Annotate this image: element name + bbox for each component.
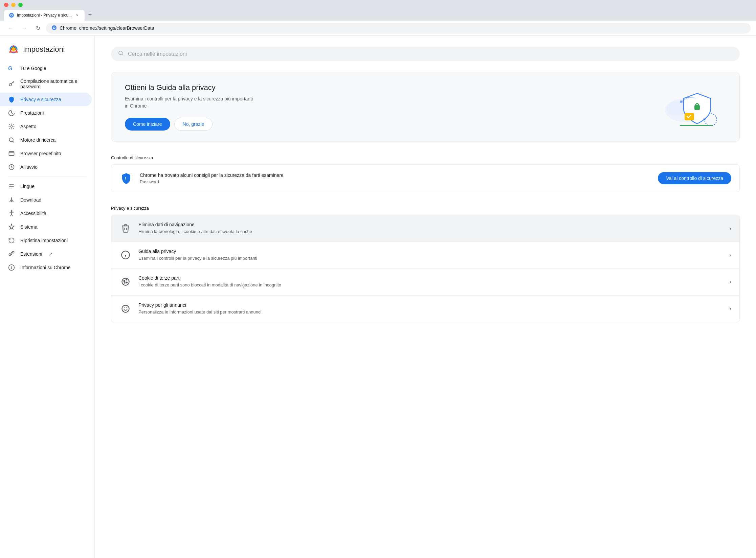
svg-point-13: [11, 211, 12, 212]
sidebar-item-accessibility[interactable]: Accessibilità: [0, 207, 92, 220]
appearance-icon: [8, 123, 15, 130]
security-card-title: Chrome ha trovato alcuni consigli per la…: [140, 172, 284, 178]
cookies-desc: I cookie di terze parti sono bloccati in…: [138, 282, 722, 288]
sidebar-label-accessibility: Accessibilità: [20, 211, 46, 216]
sidebar-item-performance[interactable]: Prestazioni: [0, 106, 92, 120]
svg-text:!: !: [125, 176, 127, 181]
sidebar: Impostazioni G Tu e Google Compilazione …: [0, 36, 95, 558]
sidebar-label-about: Informazioni su Chrome: [20, 265, 71, 270]
privacy-guide-title: Guida alla privacy: [138, 249, 722, 254]
downloads-icon: [8, 196, 15, 203]
search-bar-container[interactable]: [111, 47, 740, 61]
sidebar-label-languages: Lingue: [20, 184, 35, 189]
card-description: Esamina i controlli per la privacy e la …: [125, 95, 253, 110]
svg-point-3: [53, 27, 55, 28]
app-body: Impostazioni G Tu e Google Compilazione …: [0, 36, 756, 558]
privacy-illustration: [658, 83, 726, 131]
sidebar-item-reset[interactable]: Ripristina impostazioni: [0, 234, 92, 247]
security-text-block: Chrome ha trovato alcuni consigli per la…: [140, 172, 284, 184]
sidebar-item-languages[interactable]: Lingue: [0, 180, 92, 193]
card-content: Ottieni la Guida alla privacy Esamina i …: [125, 83, 645, 131]
external-link-icon: ↗: [48, 251, 52, 257]
tab-title: Impostazioni - Privacy e sicu...: [17, 13, 72, 18]
tab-bar: Impostazioni - Privacy e sicu... ✕ +: [4, 10, 752, 21]
languages-icon: [8, 183, 15, 190]
clear-data-arrow-icon: ›: [729, 225, 731, 232]
card-title: Ottieni la Guida alla privacy: [125, 83, 645, 92]
key-icon: [8, 80, 15, 87]
sidebar-label-reset: Ripristina impostazioni: [20, 238, 68, 243]
privacy-shield-icon: [8, 96, 15, 103]
active-tab[interactable]: Impostazioni - Privacy e sicu... ✕: [4, 10, 85, 21]
security-check-button[interactable]: Vai al controllo di sicurezza: [658, 172, 731, 184]
svg-rect-21: [694, 105, 700, 110]
sidebar-item-system[interactable]: Sistema: [0, 220, 92, 234]
new-tab-button[interactable]: +: [85, 10, 95, 19]
cookies-title: Cookie di terze parti: [138, 275, 722, 281]
no-thanks-button[interactable]: No, grazie: [174, 118, 213, 131]
omnibox[interactable]: Chrome chrome://settings/clearBrowserDat…: [46, 23, 751, 33]
sidebar-label-browser: Browser predefinito: [20, 151, 61, 156]
privacy-list: Elimina dati di navigazione Elimina la c…: [111, 215, 740, 322]
privacy-guide-desc: Esamina i controlli per la privacy e la …: [138, 255, 722, 261]
svg-rect-15: [13, 252, 14, 253]
start-guide-button[interactable]: Come iniziare: [125, 118, 170, 131]
sidebar-label-system: Sistema: [20, 224, 38, 230]
svg-point-8: [9, 84, 12, 86]
sidebar-item-downloads[interactable]: Download: [0, 193, 92, 207]
cookies-text: Cookie di terze parti I cookie di terze …: [138, 275, 722, 288]
svg-point-31: [122, 278, 129, 285]
sidebar-item-about[interactable]: Informazioni su Chrome: [0, 261, 92, 274]
sidebar-item-startup[interactable]: All'avvio: [0, 160, 92, 174]
sidebar-item-privacy[interactable]: Privacy e sicurezza: [0, 93, 92, 106]
search-engine-icon: [8, 137, 15, 143]
tab-close-button[interactable]: ✕: [74, 13, 80, 18]
search-icon: [118, 50, 124, 58]
privacy-list-item-guide[interactable]: Guida alla privacy Esamina i controlli p…: [111, 242, 739, 269]
sidebar-divider: [8, 177, 86, 177]
sidebar-header: Impostazioni: [0, 41, 94, 62]
privacy-list-item-ads[interactable]: Privacy per gli annunci Personalizza le …: [111, 296, 739, 322]
svg-point-33: [126, 279, 127, 280]
sidebar-item-extensions[interactable]: Estensioni ↗: [0, 247, 92, 261]
close-button[interactable]: [4, 3, 8, 7]
sidebar-item-autofill[interactable]: Compilazione automatica e password: [0, 75, 92, 93]
privacy-guide-card: Ottieni la Guida alla privacy Esamina i …: [111, 72, 740, 142]
svg-text:G: G: [8, 66, 12, 71]
clear-data-title: Elimina dati di navigazione: [138, 222, 722, 227]
privacy-list-item-cookies[interactable]: Cookie di terze parti I cookie di terze …: [111, 269, 739, 295]
url-text: chrome://settings/clearBrowserData: [79, 25, 154, 31]
clear-data-desc: Elimina la cronologia, i cookie e altri …: [138, 229, 722, 235]
sidebar-item-appearance[interactable]: Aspetto: [0, 120, 92, 133]
svg-rect-14: [9, 254, 11, 255]
sidebar-item-browser[interactable]: Browser predefinito: [0, 147, 92, 160]
privacy-ads-text: Privacy per gli annunci Personalizza le …: [138, 302, 722, 315]
minimize-button[interactable]: [11, 3, 16, 7]
sidebar-label-privacy: Privacy e sicurezza: [20, 97, 61, 102]
traffic-lights: [4, 3, 752, 7]
sidebar-label-search: Motore di ricerca: [20, 137, 55, 143]
browser-chrome: Impostazioni - Privacy e sicu... ✕ +: [0, 0, 756, 21]
back-button[interactable]: ←: [5, 23, 16, 33]
reload-button[interactable]: ↻: [32, 23, 43, 33]
security-check-card: ! Chrome ha trovato alcuni consigli per …: [111, 164, 740, 192]
sidebar-label-startup: All'avvio: [20, 164, 38, 170]
maximize-button[interactable]: [18, 3, 23, 7]
svg-point-6: [12, 48, 15, 51]
cookies-arrow-icon: ›: [729, 278, 731, 285]
sidebar-label-google: Tu e Google: [20, 66, 46, 71]
search-input[interactable]: [128, 51, 733, 57]
sidebar-label-performance: Prestazioni: [20, 110, 44, 116]
settings-title: Impostazioni: [23, 45, 65, 54]
privacy-list-item-clear-data[interactable]: Elimina dati di navigazione Elimina la c…: [111, 215, 739, 242]
svg-point-35: [125, 283, 125, 283]
svg-point-9: [11, 126, 13, 127]
sidebar-item-google[interactable]: G Tu e Google: [0, 62, 92, 75]
sidebar-item-search[interactable]: Motore di ricerca: [0, 133, 92, 147]
privacy-guide-icon: [119, 249, 132, 261]
chrome-icon: [51, 25, 57, 31]
svg-point-32: [124, 280, 125, 282]
startup-icon: [8, 164, 15, 170]
forward-button[interactable]: →: [19, 23, 30, 33]
sidebar-label-extensions: Estensioni: [20, 251, 42, 257]
